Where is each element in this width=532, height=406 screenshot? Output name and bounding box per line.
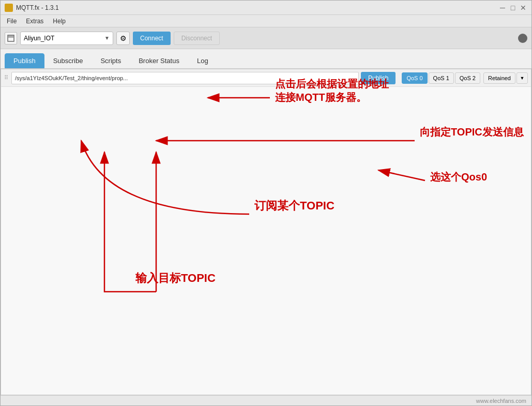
svg-rect-1 [8, 36, 13, 38]
qos-group: QoS 0 QoS 1 QoS 2 Retained ▼ [402, 72, 528, 84]
qos2-button[interactable]: QoS 2 [455, 72, 480, 84]
main-content: ⠿ Publish QoS 0 QoS 1 QoS 2 Retained ▼ [1, 69, 531, 395]
disconnect-button: Disconnect [174, 32, 220, 45]
profile-dropdown[interactable]: Aliyun_IOT ▼ [20, 32, 113, 45]
publish-button[interactable]: Publish [361, 72, 396, 84]
menu-file[interactable]: File [3, 17, 21, 26]
title-bar-left: MQTT.fx - 1.3.1 [5, 4, 59, 12]
tab-subscribe[interactable]: Subscribe [44, 53, 92, 68]
publish-toolbar: ⠿ Publish QoS 0 QoS 1 QoS 2 Retained ▼ [1, 69, 531, 87]
toolbar: Aliyun_IOT ▼ ⚙ Connect Disconnect [1, 27, 531, 49]
menu-bar: File Extras Help [1, 15, 531, 27]
bottom-bar: www.elechfans.com [1, 395, 531, 405]
qos0-button[interactable]: QoS 0 [402, 72, 427, 84]
connection-status-indicator [518, 34, 527, 43]
tabs-container: Publish Subscribe Scripts Broker Status … [1, 49, 531, 69]
qos1-button[interactable]: QoS 1 [429, 72, 454, 84]
topic-input[interactable] [11, 72, 359, 84]
menu-extras[interactable]: Extras [22, 17, 48, 26]
settings-button[interactable]: ⚙ [116, 32, 130, 45]
app-icon [5, 4, 13, 12]
message-area[interactable] [1, 87, 531, 395]
menu-help[interactable]: Help [49, 17, 70, 26]
connect-button[interactable]: Connect [133, 32, 171, 45]
drag-handle-icon: ⠿ [4, 74, 8, 81]
minimize-button[interactable]: ─ [498, 4, 507, 12]
tab-log[interactable]: Log [188, 53, 217, 68]
title-bar: MQTT.fx - 1.3.1 ─ □ ✕ [1, 1, 531, 15]
maximize-button[interactable]: □ [509, 4, 517, 12]
tab-scripts[interactable]: Scripts [92, 53, 130, 68]
window-controls: ─ □ ✕ [498, 4, 527, 12]
watermark-text: www.elechfans.com [476, 398, 526, 404]
app-window: MQTT.fx - 1.3.1 ─ □ ✕ File Extras Help A… [0, 0, 532, 406]
dropdown-arrow-icon: ▼ [104, 35, 110, 41]
retained-button[interactable]: Retained [483, 72, 515, 84]
tab-publish[interactable]: Publish [5, 53, 44, 68]
close-button[interactable]: ✕ [519, 4, 527, 12]
new-connection-icon[interactable] [5, 32, 17, 44]
tab-broker-status[interactable]: Broker Status [130, 53, 188, 68]
options-dropdown-icon[interactable]: ▼ [516, 72, 528, 84]
window-title: MQTT.fx - 1.3.1 [16, 4, 59, 11]
profile-name: Aliyun_IOT [24, 35, 54, 42]
